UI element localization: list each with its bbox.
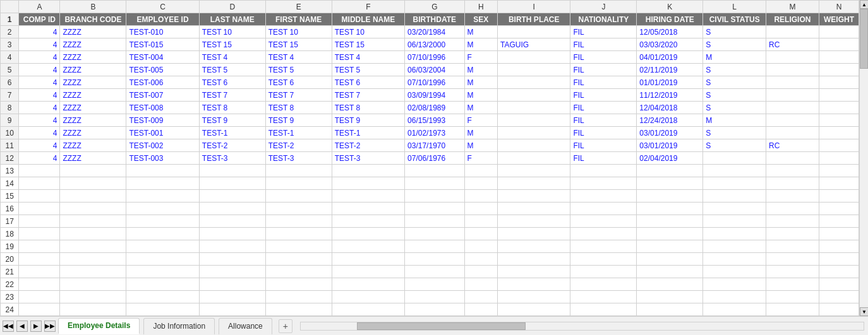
table-row-empty[interactable]: 23 [1, 291, 859, 303]
cell[interactable]: S [703, 64, 766, 76]
empty-cell[interactable] [199, 228, 265, 240]
cell[interactable]: F [464, 152, 497, 165]
cell[interactable]: 01/02/1973 [405, 127, 464, 139]
empty-cell[interactable] [126, 278, 199, 291]
cell[interactable]: TEST-005 [126, 64, 199, 76]
empty-cell[interactable] [332, 253, 404, 266]
cell[interactable]: ZZZZ [60, 127, 126, 139]
empty-cell[interactable] [766, 203, 819, 215]
table-row-empty[interactable]: 14 [1, 177, 859, 190]
cell[interactable]: 03/20/1984 [405, 26, 464, 38]
empty-cell[interactable] [60, 253, 126, 266]
cell[interactable]: 4 [1, 51, 19, 64]
cell[interactable]: 12/05/2018 [637, 26, 703, 38]
empty-cell[interactable] [332, 165, 404, 177]
empty-cell[interactable] [199, 253, 265, 266]
empty-cell[interactable] [819, 266, 859, 278]
cell[interactable]: S [703, 127, 766, 139]
cell[interactable]: 06/03/2004 [405, 64, 464, 76]
empty-cell[interactable] [265, 266, 332, 278]
empty-cell[interactable] [60, 291, 126, 303]
cell[interactable] [766, 152, 819, 165]
empty-cell[interactable] [703, 165, 766, 177]
empty-cell[interactable] [332, 266, 404, 278]
cell[interactable]: TEST 4 [265, 51, 332, 64]
cell[interactable]: 4 [19, 76, 60, 89]
cell[interactable]: M [703, 114, 766, 127]
cell[interactable]: TEST-003 [126, 152, 199, 165]
cell[interactable]: TEST 15 [332, 38, 404, 51]
table-row[interactable]: 84ZZZZTEST-008TEST 8TEST 8TEST 802/08/19… [1, 102, 859, 114]
cell[interactable]: FIL [570, 152, 637, 165]
cell[interactable]: TEST-2 [265, 139, 332, 152]
empty-cell[interactable] [766, 266, 819, 278]
empty-cell[interactable] [405, 303, 464, 316]
empty-cell[interactable] [405, 177, 464, 190]
scroll-down-button[interactable]: ▼ [860, 307, 868, 316]
empty-cell[interactable] [199, 291, 265, 303]
cell[interactable] [819, 152, 859, 165]
empty-cell[interactable] [819, 177, 859, 190]
cell[interactable]: FIL [570, 38, 637, 51]
cell[interactable] [703, 152, 766, 165]
empty-cell[interactable] [19, 291, 60, 303]
cell[interactable]: FIL [570, 127, 637, 139]
empty-cell[interactable] [126, 190, 199, 203]
scroll-up-button[interactable]: ▲ [860, 0, 868, 9]
cell[interactable]: 02/08/1989 [405, 102, 464, 114]
cell[interactable]: 4 [19, 102, 60, 114]
cell[interactable]: 03/01/2019 [637, 127, 703, 139]
empty-cell[interactable] [819, 203, 859, 215]
empty-cell[interactable] [819, 165, 859, 177]
empty-cell[interactable] [819, 240, 859, 253]
empty-cell[interactable] [766, 278, 819, 291]
empty-cell[interactable] [703, 291, 766, 303]
cell[interactable]: 8 [1, 102, 19, 114]
cell[interactable]: TEST-1 [265, 127, 332, 139]
table-row-empty[interactable]: 16 [1, 203, 859, 215]
cell[interactable]: 03/03/2020 [637, 38, 703, 51]
cell[interactable] [498, 64, 570, 76]
cell[interactable] [819, 127, 859, 139]
cell[interactable]: TEST 10 [332, 26, 404, 38]
tab-job-information[interactable]: Job Information [143, 318, 215, 334]
sheet-nav-prev[interactable]: ◀ [16, 320, 28, 332]
cell[interactable] [766, 89, 819, 102]
empty-cell[interactable] [60, 165, 126, 177]
empty-cell[interactable] [332, 303, 404, 316]
empty-cell[interactable] [405, 240, 464, 253]
cell[interactable]: 04/01/2019 [637, 51, 703, 64]
empty-cell[interactable] [703, 177, 766, 190]
cell[interactable]: M [464, 127, 497, 139]
col-a-header[interactable]: A [19, 1, 60, 13]
cell[interactable]: TEST 5 [332, 64, 404, 76]
empty-cell[interactable] [265, 291, 332, 303]
cell[interactable]: ZZZZ [60, 139, 126, 152]
empty-cell[interactable] [703, 266, 766, 278]
table-row[interactable]: 34ZZZZTEST-015TEST 15TEST 15TEST 1506/13… [1, 38, 859, 51]
empty-cell[interactable] [405, 190, 464, 203]
vertical-scrollbar[interactable]: ▲ ▼ [859, 0, 868, 316]
empty-cell[interactable] [265, 190, 332, 203]
empty-cell[interactable] [498, 228, 570, 240]
table-row-empty[interactable]: 17 [1, 215, 859, 228]
empty-cell[interactable] [126, 215, 199, 228]
empty-cell[interactable] [637, 203, 703, 215]
empty-cell[interactable] [703, 278, 766, 291]
cell[interactable]: S [703, 76, 766, 89]
cell[interactable]: TEST-3 [265, 152, 332, 165]
cell[interactable] [766, 114, 819, 127]
empty-cell[interactable] [19, 303, 60, 316]
cell[interactable]: F [464, 114, 497, 127]
table-row[interactable]: 74ZZZZTEST-007TEST 7TEST 7TEST 703/09/19… [1, 89, 859, 102]
col-e-header[interactable]: E [265, 1, 332, 13]
cell[interactable]: M [464, 102, 497, 114]
table-row-empty[interactable]: 19 [1, 240, 859, 253]
cell[interactable]: 4 [19, 26, 60, 38]
cell[interactable] [498, 76, 570, 89]
cell[interactable] [766, 64, 819, 76]
cell[interactable]: 06/13/2000 [405, 38, 464, 51]
cell[interactable]: TEST-007 [126, 89, 199, 102]
empty-cell[interactable] [332, 240, 404, 253]
cell[interactable]: FIL [570, 139, 637, 152]
